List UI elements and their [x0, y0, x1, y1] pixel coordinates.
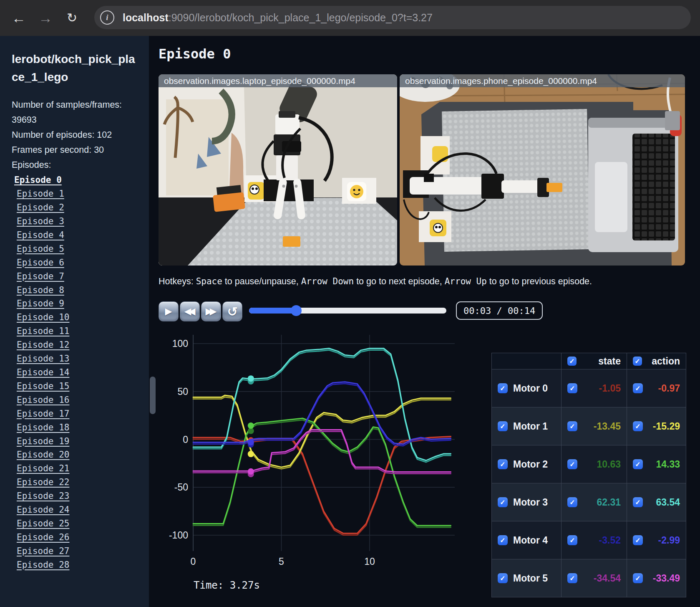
- episode-link-12[interactable]: Episode 12: [12, 338, 141, 352]
- episode-link-23[interactable]: Episode 23: [12, 489, 141, 503]
- motor-0-checkbox[interactable]: ✓: [498, 383, 508, 393]
- episode-link-5[interactable]: Episode 5: [12, 242, 141, 256]
- episode-link-21[interactable]: Episode 21: [12, 462, 141, 475]
- motor-4-state-checkbox[interactable]: ✓: [567, 535, 577, 545]
- episode-link-11[interactable]: Episode 11: [12, 324, 141, 338]
- episodes-label: Episodes:: [12, 157, 141, 172]
- hotkey-text: Hotkeys:: [159, 276, 196, 286]
- motor-name: Motor 0: [513, 383, 548, 394]
- chart-time-label: Time: 3.27s: [194, 579, 260, 591]
- episode-link-26[interactable]: Episode 26: [12, 531, 141, 544]
- fast-forward-button[interactable]: ▶▶: [201, 301, 221, 321]
- motor-1-checkbox[interactable]: ✓: [498, 421, 508, 431]
- motor-3-state-cell: ✓62.31: [561, 483, 627, 521]
- episode-link-9[interactable]: Episode 9: [12, 297, 141, 311]
- address-bar[interactable]: i localhost:9090/lerobot/koch_pick_place…: [94, 6, 691, 29]
- x-tick-label: 0: [191, 556, 196, 567]
- loop-button[interactable]: ↺: [222, 301, 242, 321]
- laptop-video: observation.images.laptop_episode_000000…: [159, 74, 397, 266]
- motor-chart-svg[interactable]: 100500-50-1000510: [159, 330, 459, 574]
- episode-link-16[interactable]: Episode 16: [12, 393, 141, 407]
- motor-2-checkbox[interactable]: ✓: [498, 459, 508, 469]
- episode-link-17[interactable]: Episode 17: [12, 407, 141, 421]
- episode-link-2[interactable]: Episode 2: [12, 201, 141, 215]
- episode-link-19[interactable]: Episode 19: [12, 435, 141, 448]
- seek-slider-thumb[interactable]: [291, 305, 302, 316]
- chart-series-motor-3: [193, 349, 451, 463]
- episode-link-3[interactable]: Episode 3: [12, 215, 141, 228]
- episode-link-14[interactable]: Episode 14: [12, 366, 141, 379]
- stat-samples: Number of samples/frames: 39693: [12, 97, 141, 127]
- fast-forward-icon: ▶▶: [206, 306, 214, 317]
- url-path: :9090/lerobot/koch_pick_place_1_lego/epi…: [169, 12, 433, 23]
- motor-2-action-checkbox[interactable]: ✓: [633, 459, 643, 469]
- episode-link-28[interactable]: Episode 28: [12, 558, 141, 572]
- episode-link-6[interactable]: Episode 6: [12, 256, 141, 270]
- reload-icon[interactable]: ↻: [67, 8, 77, 28]
- header-cell-action: ✓action: [627, 353, 686, 369]
- lego-brick-top: [546, 183, 562, 192]
- motor-5-action-checkbox[interactable]: ✓: [633, 573, 643, 583]
- loop-icon: ↺: [227, 304, 237, 319]
- episode-link-18[interactable]: Episode 18: [12, 421, 141, 435]
- play-button[interactable]: ▶: [159, 301, 179, 321]
- table-row-motor-2: ✓Motor 2✓10.63✓14.33: [492, 445, 686, 483]
- header-empty-cell: [492, 353, 561, 369]
- episode-link-1[interactable]: Episode 1: [12, 187, 141, 201]
- phone-video: observation.images.phone_episode_000000.…: [400, 74, 685, 266]
- episode-link-4[interactable]: Episode 4: [12, 228, 141, 242]
- episode-link-13[interactable]: Episode 13: [12, 352, 141, 366]
- motor-2-state-checkbox[interactable]: ✓: [567, 459, 577, 469]
- lego-brick: [283, 236, 300, 247]
- motor-0-action-checkbox[interactable]: ✓: [633, 383, 643, 393]
- episode-link-10[interactable]: Episode 10: [12, 311, 141, 324]
- stat-episodes: Number of episodes: 102: [12, 127, 141, 142]
- episode-link-8[interactable]: Episode 8: [12, 283, 141, 297]
- motor-3-checkbox[interactable]: ✓: [498, 497, 508, 507]
- episode-link-15[interactable]: Episode 15: [12, 379, 141, 393]
- episode-link-20[interactable]: Episode 20: [12, 448, 141, 462]
- hotkey-key: Arrow Up: [445, 276, 487, 286]
- rewind-button[interactable]: ◀◀: [180, 301, 200, 321]
- url-text: localhost:9090/lerobot/koch_pick_place_1…: [123, 12, 433, 24]
- episode-list: Episode 0Episode 1Episode 2Episode 3Epis…: [12, 173, 141, 572]
- episode-link-0[interactable]: Episode 0: [12, 173, 141, 187]
- episode-link-22[interactable]: Episode 22: [12, 475, 141, 489]
- motor-3-state-checkbox[interactable]: ✓: [567, 497, 577, 507]
- motor-name-cell: ✓Motor 0: [492, 369, 561, 407]
- motor-5-state-checkbox[interactable]: ✓: [567, 573, 577, 583]
- motor-4-action-checkbox[interactable]: ✓: [633, 535, 643, 545]
- table-row-motor-0: ✓Motor 0✓-1.05✓-0.97: [492, 369, 686, 407]
- motor-5-checkbox[interactable]: ✓: [498, 573, 508, 583]
- episode-link-27[interactable]: Episode 27: [12, 544, 141, 558]
- motor-1-state-checkbox[interactable]: ✓: [567, 421, 577, 431]
- episode-link-24[interactable]: Episode 24: [12, 503, 141, 517]
- motor-name-cell: ✓Motor 2: [492, 445, 561, 483]
- state-column-checkbox[interactable]: ✓: [567, 357, 577, 366]
- motor-name: Motor 4: [513, 535, 548, 546]
- seek-slider[interactable]: [249, 308, 446, 314]
- video-caption: observation.images.phone_episode_000000.…: [400, 74, 685, 87]
- scrollbar-thumb[interactable]: [150, 377, 156, 414]
- action-value: -2.99: [658, 535, 680, 546]
- motor-4-checkbox[interactable]: ✓: [498, 535, 508, 545]
- back-icon[interactable]: ←: [12, 8, 26, 28]
- motor-0-state-cell: ✓-1.05: [561, 369, 627, 407]
- forward-icon[interactable]: →: [38, 8, 53, 28]
- action-column-checkbox[interactable]: ✓: [633, 357, 642, 366]
- site-info-icon[interactable]: i: [100, 10, 114, 25]
- episode-link-7[interactable]: Episode 7: [12, 270, 141, 283]
- action-value: -33.49: [653, 573, 680, 584]
- current-time-marker: [248, 439, 254, 445]
- motor-0-state-checkbox[interactable]: ✓: [567, 383, 577, 393]
- episode-link-25[interactable]: Episode 25: [12, 517, 141, 531]
- motor-3-action-checkbox[interactable]: ✓: [633, 497, 643, 507]
- header-cell-state: ✓state: [561, 353, 627, 369]
- hugging-face-box: [342, 178, 376, 204]
- action-value: 63.54: [656, 497, 680, 508]
- table-row-motor-3: ✓Motor 3✓62.31✓63.54: [492, 483, 686, 521]
- current-time-marker: [248, 375, 254, 382]
- motor-1-action-checkbox[interactable]: ✓: [633, 421, 643, 431]
- motor-chart[interactable]: 100500-50-1000510 Time: 3.27s: [159, 330, 459, 601]
- hotkeys-help: Hotkeys: Space to pause/unpause, Arrow D…: [159, 276, 592, 287]
